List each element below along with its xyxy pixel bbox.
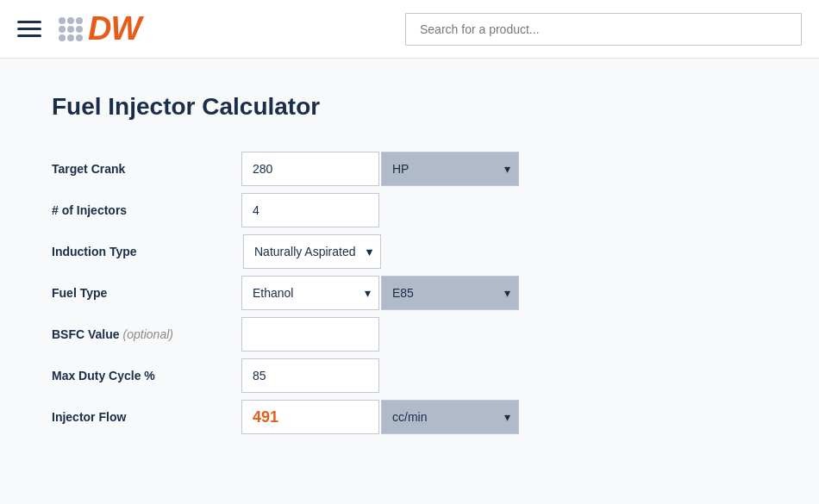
injector-flow-label: Injector Flow: [52, 410, 241, 424]
num-injectors-input[interactable]: [241, 193, 379, 227]
target-crank-row: Target Crank HP kW: [52, 152, 767, 186]
target-crank-label: Target Crank: [52, 162, 241, 176]
num-injectors-label: # of Injectors: [52, 203, 241, 217]
logo: DW: [59, 10, 141, 47]
bsfc-input[interactable]: [241, 317, 379, 352]
fuel-type-select[interactable]: Ethanol Gasoline Methanol: [241, 276, 379, 310]
header: DW: [0, 0, 819, 59]
target-crank-unit-wrapper: HP kW: [381, 152, 519, 186]
hamburger-menu[interactable]: [17, 21, 41, 37]
main-content: Fuel Injector Calculator Target Crank HP…: [0, 59, 819, 504]
fuel-blend-unit-wrapper: E85 E10 E100: [381, 276, 519, 310]
max-duty-cycle-row: Max Duty Cycle %: [52, 358, 767, 393]
fuel-blend-select[interactable]: E85 E10 E100: [381, 276, 519, 310]
bsfc-label: BSFC Value(optional): [52, 327, 241, 341]
induction-type-label: Induction Type: [52, 245, 241, 258]
target-crank-unit-select[interactable]: HP kW: [381, 152, 519, 186]
injector-flow-row: Injector Flow cc/min lb/hr: [52, 400, 767, 434]
injector-flow-result[interactable]: [241, 400, 379, 434]
logo-text: DW: [88, 10, 141, 47]
search-input[interactable]: [405, 13, 802, 46]
injector-flow-unit-wrapper: cc/min lb/hr: [381, 400, 519, 434]
fuel-type-label: Fuel Type: [52, 286, 241, 300]
logo-dots: [59, 17, 83, 41]
target-crank-input[interactable]: [241, 152, 379, 186]
max-duty-cycle-label: Max Duty Cycle %: [52, 369, 241, 383]
fuel-type-wrapper: Ethanol Gasoline Methanol ▾: [241, 276, 379, 310]
calculator-form: Target Crank HP kW # of Injectors Induct…: [52, 152, 767, 441]
num-injectors-row: # of Injectors: [52, 193, 767, 227]
max-duty-cycle-input[interactable]: [241, 358, 379, 393]
page-title: Fuel Injector Calculator: [52, 93, 767, 121]
injector-flow-unit-select[interactable]: cc/min lb/hr: [381, 400, 519, 434]
fuel-type-row: Fuel Type Ethanol Gasoline Methanol ▾ E8…: [52, 276, 767, 310]
bsfc-value-row: BSFC Value(optional): [52, 317, 767, 352]
induction-type-select[interactable]: Naturally Aspirated Turbocharged Superch…: [243, 234, 381, 269]
induction-type-wrapper: Naturally Aspirated Turbocharged Superch…: [243, 234, 381, 269]
induction-type-row: Induction Type Naturally Aspirated Turbo…: [52, 234, 767, 269]
